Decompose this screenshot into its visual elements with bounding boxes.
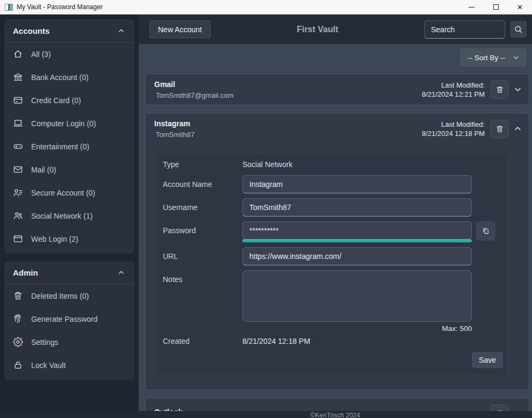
- sidebar-item-entertainment[interactable]: Entertainment (0): [4, 135, 134, 158]
- trash-icon: [13, 291, 23, 301]
- sidebar-item-web-login[interactable]: Web Login (2): [4, 227, 134, 250]
- sidebar-item-mail[interactable]: Mail (0): [4, 158, 134, 181]
- last-modified-label: Last Modified:: [422, 120, 485, 129]
- password-strength-bar: [242, 240, 472, 242]
- chevron-down-icon: [514, 85, 522, 93]
- new-account-button[interactable]: New Account: [149, 20, 211, 38]
- sidebar-item-label: Social Network (1): [31, 212, 92, 220]
- search-icon: [514, 25, 523, 34]
- secure-account-icon: [13, 188, 23, 198]
- sort-row: -- Sort By --: [145, 48, 529, 67]
- sidebar-item-secure-account[interactable]: Secure Account (0): [4, 181, 134, 204]
- notes-row: Notes: [156, 270, 506, 322]
- type-label: Type: [163, 160, 242, 169]
- sidebar-item-all[interactable]: All (3): [4, 42, 134, 66]
- sidebar-item-social-network[interactable]: Social Network (1): [4, 204, 134, 227]
- account-row-instagram: Instagram TomSmith87 Last Modified: 8/21…: [145, 113, 529, 390]
- admin-panel: Admin Deleted Items (0) Generate Passwor…: [4, 261, 134, 380]
- browser-window-icon: [13, 234, 23, 244]
- account-name-row: Account Name: [156, 175, 506, 193]
- accounts-section-title: Accounts: [13, 26, 49, 35]
- created-value: 8/21/2024 12:18 PM: [242, 337, 310, 345]
- sidebar-item-generate-password[interactable]: Generate Password: [4, 307, 134, 330]
- last-modified-label: Last Modified:: [422, 81, 485, 90]
- account-name-field[interactable]: [242, 175, 472, 193]
- sidebar-item-label: Computer Login (0): [31, 119, 96, 128]
- copy-icon: [481, 227, 490, 235]
- account-list: -- Sort By -- Gmail TomSmith87@gmail.com…: [139, 44, 532, 418]
- notes-max-indicator: Max: 500: [156, 325, 472, 333]
- account-row-header[interactable]: Gmail TomSmith87@gmail.com Last Modified…: [146, 74, 529, 105]
- envelope-icon: [13, 164, 23, 175]
- chevron-up-icon: [514, 125, 522, 133]
- account-detail-panel: Type Social Network Account Name Usernam…: [156, 154, 506, 374]
- sidebar-item-deleted-items[interactable]: Deleted Items (0): [4, 284, 134, 307]
- admin-section-title: Admin: [13, 268, 38, 277]
- sidebar-item-credit-card[interactable]: Credit Card (0): [4, 89, 134, 112]
- type-row: Type Social Network: [156, 160, 506, 169]
- account-name: Gmail: [154, 80, 234, 89]
- username-label: Username: [163, 198, 242, 212]
- save-row: Save: [156, 352, 506, 374]
- chevron-up-icon: [118, 269, 125, 276]
- last-modified-value: 8/21/2024 12:21 PM: [422, 90, 485, 99]
- accounts-section-header[interactable]: Accounts: [4, 19, 134, 42]
- home-icon: [13, 49, 23, 59]
- search-button[interactable]: [510, 21, 527, 38]
- notes-field[interactable]: [242, 270, 472, 322]
- sidebar-item-settings[interactable]: Settings: [4, 330, 134, 354]
- minimize-icon: [469, 7, 475, 8]
- url-label: URL: [163, 247, 242, 261]
- expand-account-button[interactable]: [511, 83, 524, 96]
- password-field[interactable]: [242, 221, 472, 240]
- password-field-wrap: [242, 221, 472, 242]
- sidebar-item-bank-account[interactable]: Bank Account (0): [4, 66, 134, 89]
- main-header: New Account First Vault: [139, 15, 532, 44]
- admin-section-header[interactable]: Admin: [4, 261, 134, 284]
- username-field[interactable]: [242, 198, 472, 217]
- delete-account-button[interactable]: [491, 81, 508, 99]
- search-input[interactable]: [425, 20, 505, 39]
- window-controls: ✕: [459, 0, 532, 14]
- sidebar-item-computer-login[interactable]: Computer Login (0): [4, 112, 134, 135]
- minimize-button[interactable]: [459, 0, 484, 14]
- last-modified: Last Modified: 8/21/2024 12:18 PM: [422, 120, 485, 138]
- account-row-header[interactable]: Instagram TomSmith87 Last Modified: 8/21…: [146, 113, 529, 144]
- sidebar: Accounts All (3) Bank Account (0) Credit…: [0, 15, 139, 418]
- sidebar-item-label: All (3): [31, 50, 51, 59]
- maximize-button[interactable]: [484, 0, 508, 14]
- sidebar-item-lock-vault[interactable]: Lock Vault: [4, 354, 134, 377]
- password-label: Password: [163, 221, 242, 235]
- url-field[interactable]: [242, 247, 472, 265]
- sidebar-item-label: Settings: [31, 338, 59, 347]
- sidebar-item-label: Entertainment (0): [31, 142, 89, 151]
- gamepad-icon: [13, 141, 23, 152]
- trash-icon: [495, 125, 504, 133]
- save-button[interactable]: Save: [472, 352, 503, 368]
- chevron-up-icon: [118, 27, 125, 34]
- people-icon: [13, 211, 23, 221]
- last-modified: Last Modified: 8/21/2024 12:21 PM: [422, 81, 485, 99]
- collapse-account-button[interactable]: [511, 122, 524, 135]
- app-icon: [5, 4, 13, 11]
- vault-title: First Vault: [211, 25, 425, 34]
- gear-icon: [13, 337, 23, 347]
- accounts-panel: Accounts All (3) Bank Account (0) Credit…: [4, 19, 134, 254]
- close-icon: ✕: [517, 4, 523, 11]
- account-summary: Instagram TomSmith87: [154, 119, 195, 139]
- account-username: TomSmith87@gmail.com: [154, 91, 234, 99]
- sidebar-item-label: Generate Password: [31, 315, 98, 323]
- username-row: Username: [156, 198, 506, 217]
- sort-by-label: -- Sort By --: [468, 54, 505, 62]
- sort-by-dropdown[interactable]: -- Sort By --: [460, 48, 527, 67]
- laptop-icon: [13, 118, 23, 128]
- trash-icon: [495, 85, 504, 94]
- account-name: Instagram: [154, 119, 195, 128]
- copy-password-button[interactable]: [476, 221, 495, 241]
- type-value: Social Network: [242, 160, 292, 169]
- window-title: My Vault - Password Manager: [17, 3, 103, 11]
- close-button[interactable]: ✕: [508, 0, 532, 14]
- delete-account-button[interactable]: [491, 120, 508, 138]
- copyright-text: ©KenTrisch 2024: [139, 412, 532, 418]
- password-row: Password: [156, 221, 506, 242]
